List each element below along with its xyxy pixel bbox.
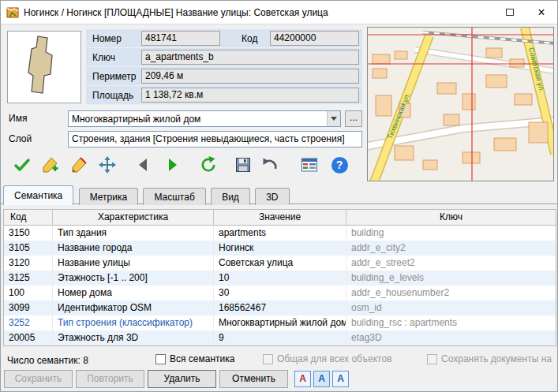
cell-characteristic: Идентификатор OSM — [53, 301, 214, 315]
checkbox-all-semantics[interactable]: Вся семантика — [155, 353, 234, 364]
pencil-plus-icon — [41, 155, 60, 174]
area-label: Площадь — [86, 90, 141, 101]
row-number: Номер 481741 Код 44200000 — [86, 29, 362, 48]
window-title: Ногинск / Ногинск [ПЛОЩАДНЫЕ] Название у… — [24, 7, 328, 18]
cell-characteristic: Этажность [-1 .. 200] — [53, 271, 214, 286]
browse-classifier-button[interactable]: ... — [345, 110, 362, 127]
object-properties-dialog: Ногинск / Ногинск [ПЛОЩАДНЫЕ] Название у… — [0, 0, 558, 392]
table-row[interactable]: 3150 Тип здания apartments building — [4, 226, 556, 241]
cell-value: 9 — [214, 330, 346, 345]
semantics-count-value: 8 — [83, 355, 88, 366]
table-row[interactable]: 3120 Название улицы Советская улица addr… — [4, 256, 556, 271]
maximize-button[interactable] — [494, 1, 526, 24]
cell-characteristic-link[interactable]: Тип строения (классификатор) — [53, 315, 214, 330]
cell-characteristic: Название улицы — [53, 256, 214, 271]
cell-code: 100 — [4, 286, 53, 301]
cell-code: 20005 — [4, 330, 53, 345]
tab-3d[interactable]: 3D — [255, 188, 289, 205]
column-header-value[interactable]: Значение — [214, 210, 346, 225]
chevron-down-icon[interactable] — [327, 111, 340, 126]
cell-key: building_e_levels — [346, 271, 556, 286]
row-perimeter: Периметр 209,46 м — [86, 67, 362, 86]
object-shape-icon — [8, 32, 81, 103]
semantics-count-label: Число семантик: — [7, 355, 81, 366]
cell-code: 3125 — [4, 271, 53, 286]
table-row[interactable]: 3125 Этажность [-1 .. 200] 10 building_e… — [4, 271, 556, 286]
accept-button[interactable] — [10, 153, 34, 177]
create-object-button[interactable] — [39, 153, 62, 177]
cell-value: Многоквартирный жилой дом — [214, 315, 346, 330]
app-icon — [6, 6, 19, 19]
name-label: Имя — [9, 113, 27, 124]
cell-characteristic: Тип здания — [53, 226, 214, 241]
cell-value: Советская улица — [214, 256, 346, 271]
map-canvas: Тихвинская ул. Советская ул. — [368, 28, 554, 181]
floppy-disk-icon — [234, 155, 253, 174]
font-size-button-3[interactable]: A — [332, 371, 349, 387]
code-label: Код — [242, 33, 270, 44]
checkbox-save-documents: Сохранять документы на — [427, 353, 557, 364]
checkbox-icon — [427, 354, 437, 364]
tab-scale[interactable]: Масштаб — [143, 188, 205, 205]
save-button-toolbar[interactable] — [231, 153, 255, 177]
titlebar: Ногинск / Ногинск [ПЛОЩАДНЫЕ] Название у… — [1, 1, 557, 24]
checkmark-icon — [13, 155, 32, 174]
attribute-form: Номер 481741 Код 44200000 Ключ a_apartme… — [86, 29, 362, 105]
cell-key: etag3D — [346, 330, 556, 345]
cell-key: building — [346, 226, 556, 241]
row-key: Ключ a_apartments_b — [86, 48, 362, 67]
tab-semantics[interactable]: Семантика — [3, 185, 73, 205]
refresh-button[interactable] — [197, 153, 220, 177]
layer-field[interactable]: Строения, здания [Строения невыдающиеся,… — [68, 131, 362, 147]
tab-view[interactable]: Вид — [211, 188, 250, 205]
column-header-key[interactable]: Ключ — [346, 210, 556, 225]
cell-value: 30 — [214, 286, 346, 301]
tab-metrics[interactable]: Метрика — [79, 188, 138, 205]
font-size-button-2[interactable]: A — [313, 371, 330, 387]
edit-object-button[interactable] — [67, 153, 91, 177]
undo-arrow-icon — [260, 155, 279, 174]
column-header-code[interactable]: Код — [4, 210, 53, 225]
cell-characteristic: Название города — [53, 241, 214, 256]
move-arrows-icon — [98, 155, 117, 174]
table-row[interactable]: 3099 Идентификатор OSM 168562467 osm_id — [4, 301, 556, 315]
table-header-row: Код Характеристика Значение Ключ — [4, 210, 556, 226]
checkbox-icon — [263, 354, 273, 364]
cancel-button[interactable]: Отменить — [219, 370, 288, 388]
help-button[interactable]: ? — [328, 153, 351, 177]
checkbox-common-all-label: Общая для всех объектов — [277, 353, 392, 364]
cell-characteristic: Номер дома — [53, 286, 214, 301]
number-label: Номер — [86, 33, 141, 44]
table-row[interactable]: 20005 Этажность для 3D 9 etag3D — [4, 330, 556, 345]
undo-button[interactable] — [258, 153, 282, 177]
repeat-button: Повторить — [76, 370, 144, 388]
close-button[interactable]: × — [526, 1, 557, 24]
semantics-table: Код Характеристика Значение Ключ 3150 Ти… — [3, 209, 556, 346]
column-header-characteristic[interactable]: Характеристика — [53, 210, 214, 225]
name-combobox[interactable]: Многоквартирный жилой дом — [68, 110, 341, 127]
cell-key: addr_e_city2 — [346, 241, 556, 256]
table-row-classifier[interactable]: 3252 Тип строения (классификатор) Многок… — [4, 315, 556, 330]
report-button[interactable] — [298, 153, 321, 177]
toolbar: ? — [1, 151, 364, 181]
move-object-button[interactable] — [95, 153, 119, 177]
tabstrip: Семантика Метрика Масштаб Вид 3D — [1, 185, 557, 204]
layer-label: Слой — [9, 133, 32, 144]
cell-value: 10 — [214, 271, 346, 286]
table-row[interactable]: 100 Номер дома 30 addr_e_housenumber2 — [4, 286, 556, 301]
map-preview[interactable]: Тихвинская ул. Советская ул. — [367, 27, 554, 181]
checkbox-common-all-objects: Общая для всех объектов — [263, 353, 392, 364]
checkbox-icon[interactable] — [155, 354, 166, 364]
previous-object-button[interactable] — [132, 153, 155, 177]
delete-button[interactable]: Удалить — [148, 370, 216, 388]
checkbox-save-documents-label: Сохранять документы на — [441, 353, 552, 364]
area-field: 1 138,72 кв.м — [141, 88, 359, 103]
cell-code: 3099 — [4, 301, 53, 315]
next-object-button[interactable] — [160, 153, 184, 177]
font-size-button-1[interactable]: А — [294, 371, 311, 387]
key-field: a_apartments_b — [141, 50, 359, 65]
cell-key: building_rsc : apartments — [346, 315, 556, 330]
cell-key: addr_e_street2 — [346, 256, 556, 271]
semantics-count: Число семантик: 8 — [7, 355, 88, 366]
table-row[interactable]: 3105 Название города Ногинск addr_e_city… — [4, 241, 556, 256]
